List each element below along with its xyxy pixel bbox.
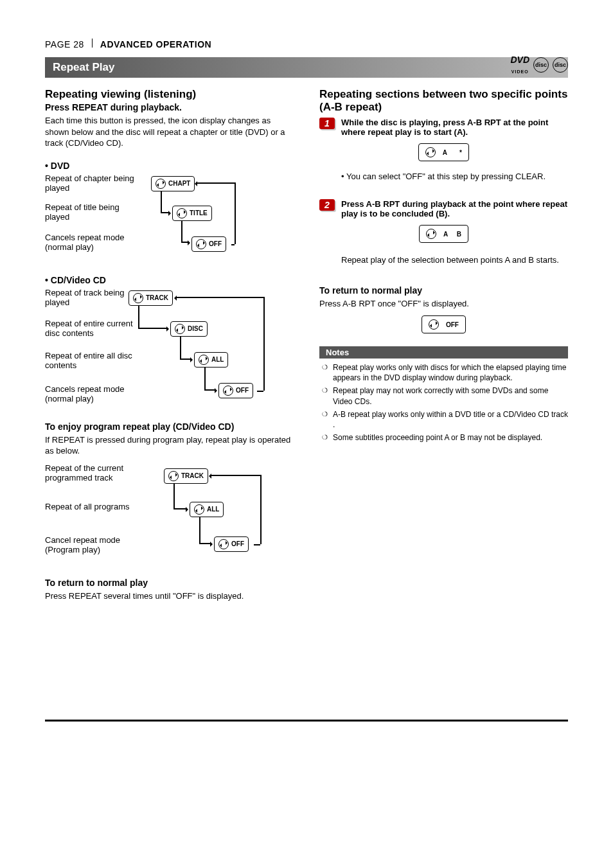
program-repeat-intro: If REPEAT is pressed during program play… — [45, 434, 294, 457]
note-item: A-B repeat play works only within a DVD … — [322, 409, 568, 430]
note-text: A-B repeat play works only within a DVD … — [333, 409, 568, 430]
pill-label: ALL — [211, 356, 224, 363]
repeat-chapt-pill: CHAPT — [151, 176, 195, 191]
return-normal-text-right: Press A-B RPT once "OFF" is displayed. — [319, 298, 568, 310]
disc-text-1: disc — [535, 62, 547, 68]
right-column: Repeating sections between two specific … — [319, 85, 568, 604]
dvd-heading: • DVD — [45, 161, 294, 171]
cd-track-text: Repeat of track being played — [45, 288, 141, 307]
flow-connector — [257, 391, 263, 392]
pill-label: ALL — [207, 506, 219, 513]
prog-off-text: Cancel repeat mode (Program play) — [45, 535, 148, 554]
notes-header: Notes — [319, 346, 568, 359]
repeat-icon — [175, 324, 185, 334]
cd-off-text: Cancels repeat mode (normal play) — [45, 384, 141, 403]
prog-all-text: Repeat of all programs — [45, 502, 148, 511]
dvd-off-text: Cancels repeat mode (normal play) — [45, 233, 141, 252]
repeat-off-pill: OFF — [214, 536, 249, 552]
repeat-icon — [218, 539, 229, 549]
ab-a-star-pill: A * — [418, 143, 469, 161]
ab-repeat-heading: Repeating sections between two specific … — [319, 88, 568, 114]
flow-feedback — [263, 297, 265, 391]
compact-disc-logo-1: disc — [533, 57, 549, 73]
repeat-icon — [223, 385, 233, 396]
repeat-off-pill: OFF — [218, 383, 253, 398]
flow-connector — [199, 517, 200, 543]
note-item: Some subtitles proceeding point A or B m… — [322, 432, 568, 443]
repeat-disc-pill: DISC — [170, 321, 208, 337]
cd-disc-text: Repeat of entire current disc contents — [45, 319, 141, 338]
step-2-after-text: Repeat play of the selection between poi… — [341, 254, 568, 266]
note-text: Repeat play may not work correctly with … — [333, 385, 568, 406]
left-column: Repeating viewing (listening) Press REPE… — [45, 85, 294, 604]
repeat-track-pill: TRACK — [129, 290, 173, 306]
step-1-text: While the disc is playing, press A-B RPT… — [341, 118, 568, 137]
repeat-icon — [168, 471, 179, 481]
pill-label: A * — [443, 149, 462, 156]
compact-disc-logo-2: disc — [553, 57, 568, 73]
cd-all-text: Repeat of entire all disc contents — [45, 351, 141, 370]
flow-feedback — [260, 475, 262, 544]
flow-arrow — [181, 242, 189, 243]
flow-arrow — [176, 297, 263, 298]
page-header: PAGE 28 ADVANCED OPERATION — [45, 39, 568, 49]
press-repeat-subheading: Press REPEAT during playback. — [45, 102, 294, 112]
flow-connector — [254, 544, 260, 545]
dvd-text: DVD — [510, 55, 529, 65]
flow-connector — [161, 191, 162, 212]
return-normal-heading-left: To return to normal play — [45, 578, 294, 588]
note-item: Repeat play works only with discs for wh… — [322, 362, 568, 383]
pill-label: OFF — [209, 240, 222, 247]
section-title: ADVANCED OPERATION — [100, 39, 211, 49]
repeat-all-pill: ALL — [194, 352, 228, 368]
prog-track-text: Repeat of the current programmed track — [45, 463, 148, 483]
pill-label: OFF — [231, 540, 244, 547]
return-normal-text-left: Press REPEAT several times until "OFF" i… — [45, 590, 294, 602]
repeat-icon — [429, 319, 439, 330]
flow-arrow — [211, 475, 260, 476]
dvd-video-logo: DVD VIDEO — [510, 55, 529, 75]
pill-label: A B — [443, 231, 461, 238]
flow-arrow — [180, 359, 191, 360]
repeat-icon — [199, 355, 209, 365]
header-divider — [92, 39, 93, 48]
repeat-icon — [194, 504, 204, 515]
dvd-subtext: VIDEO — [511, 69, 529, 74]
repeat-all-pill: ALL — [190, 502, 224, 517]
flow-connector — [138, 306, 139, 328]
repeat-track-pill: TRACK — [164, 468, 208, 484]
step-2-text: Press A-B RPT during playback at the poi… — [341, 199, 568, 218]
flow-connector — [231, 244, 235, 245]
repeat-icon — [426, 229, 436, 239]
flow-arrow — [161, 212, 170, 213]
pill-label: OFF — [236, 387, 249, 394]
step-2: 2 Press A-B RPT during playback at the p… — [319, 199, 568, 218]
ab-ab-pill: A B — [419, 225, 468, 243]
flow-arrow — [138, 328, 168, 329]
ab-off-pill: OFF — [422, 315, 466, 333]
step-number-1: 1 — [319, 118, 335, 129]
cd-heading: • CD/Video CD — [45, 275, 294, 285]
step-1-note-text: You can select "OFF" at this step by pre… — [346, 172, 546, 181]
step-1-note: • You can select "OFF" at this step by p… — [341, 172, 568, 181]
flow-feedback — [235, 182, 236, 244]
repeat-title-pill: TITLE — [172, 206, 212, 221]
repeating-viewing-heading: Repeating viewing (listening) — [45, 88, 294, 101]
note-item: Repeat play may not work correctly with … — [322, 385, 568, 406]
note-text: Some subtitles proceeding point A or B m… — [333, 432, 542, 443]
flow-connector — [173, 484, 175, 508]
flow-arrow — [173, 508, 187, 509]
pill-label: TRACK — [146, 294, 168, 301]
repeat-icon — [177, 208, 187, 218]
pill-label: OFF — [446, 321, 459, 328]
page-number: PAGE 28 — [45, 39, 84, 49]
repeat-intro-text: Each time this button is pressed, the ic… — [45, 115, 294, 149]
flow-arrow — [197, 182, 235, 184]
disc-text-2: disc — [555, 62, 566, 68]
program-repeat-heading: To enjoy program repeat play (CD/Video C… — [45, 421, 294, 432]
dvd-chapter-text: Repeat of chapter being played — [45, 173, 141, 193]
flow-arrow — [204, 389, 216, 391]
flow-connector — [181, 221, 182, 242]
flow-arrow — [199, 543, 211, 544]
repeat-icon — [133, 293, 143, 303]
